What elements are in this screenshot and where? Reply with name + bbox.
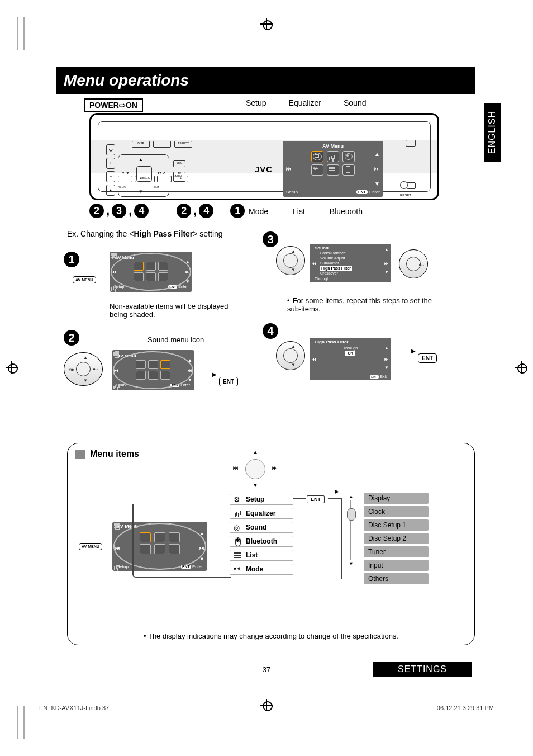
category-label: List xyxy=(246,551,258,559)
open-icon xyxy=(407,182,416,189)
menu-footer: Through xyxy=(311,277,389,281)
equalizer-icon xyxy=(234,509,242,517)
arrow-down-icon: ▼ xyxy=(349,561,354,566)
sep: , xyxy=(129,204,132,218)
bottom-button xyxy=(118,176,132,182)
top-icon-labels: Setup Equalizer Sound xyxy=(246,98,366,107)
next-icon: ⏭∧ xyxy=(93,367,98,371)
label-sound: Sound xyxy=(344,98,366,107)
menu-item: Fader/Balance xyxy=(320,251,389,256)
eject-icon xyxy=(406,140,416,147)
eject-button-icon: ▲ xyxy=(106,185,115,196)
arrow-up-icon: ▲ xyxy=(291,249,296,254)
step-ref: 4 xyxy=(199,204,213,218)
dpad-control-icon: ▲ ▼ xyxy=(276,341,305,370)
aspect-button: ASPECT xyxy=(174,141,192,148)
category-item: Equalizer xyxy=(230,508,293,519)
step-ref: 3 xyxy=(112,204,126,218)
menu-title: High Pass Filter xyxy=(311,339,389,344)
arrow-up-icon: ▲ xyxy=(83,355,88,360)
arrow-down-icon: ▼ xyxy=(83,378,88,383)
print-footer: EN_KD-AVX11J-f.indb 37 06.12.21 3:29:31 … xyxy=(39,705,494,711)
arrow-down-icon: ▼ xyxy=(291,362,296,367)
next-icon: ⏭∧ xyxy=(419,263,424,267)
list-icon xyxy=(234,551,242,559)
category-item: Sound xyxy=(230,522,293,533)
ent-chip: ENT xyxy=(356,190,368,194)
sound-icon xyxy=(234,523,242,531)
menu-option: Through xyxy=(311,346,389,351)
registration-mark xyxy=(260,18,273,30)
dpad-control-icon: ▲ ▼ xyxy=(276,246,305,275)
registration-mark xyxy=(515,361,527,374)
sound-icon xyxy=(160,360,170,369)
sub-item-list: Display Clock Disc Setup 1 Disc Setup 2 … xyxy=(364,493,429,584)
arrow-up-icon: ▲ xyxy=(139,157,143,162)
flow-line xyxy=(341,498,342,579)
bottom-button xyxy=(157,176,172,182)
label-equalizer: Equalizer xyxy=(289,98,321,107)
bluetooth-icon xyxy=(234,537,242,545)
prev-icon: ∨⏮ xyxy=(69,367,74,371)
step2-caption: Sound menu icon xyxy=(147,336,204,344)
reset-label: RESET xyxy=(400,193,411,197)
category-label: Mode xyxy=(246,565,263,573)
arrow-left-icon: ⏮ xyxy=(312,261,316,266)
registration-mark xyxy=(6,361,18,374)
step-2-badge: 2 xyxy=(64,330,79,346)
next-icon: ⏭ xyxy=(272,465,278,471)
flow-arrow-icon: ▶ xyxy=(411,348,416,354)
ent-button: ENT xyxy=(219,377,238,386)
category-item: Setup xyxy=(230,494,293,505)
menu-item: Crossover xyxy=(320,271,389,276)
step-4-badge: 4 xyxy=(263,323,278,339)
arrow-up-icon: ▲ xyxy=(188,358,192,363)
arrow-left-icon: ⏮ xyxy=(286,166,292,172)
crop-mark xyxy=(23,17,25,50)
menu-title: Sound xyxy=(311,245,389,251)
arrow-up-icon: ▲ xyxy=(349,494,354,499)
sub-item: Display xyxy=(364,493,429,504)
category-label: Setup xyxy=(246,495,264,503)
mode-icon xyxy=(311,164,323,176)
menu-items-panel: Menu items ▲ ▼ ⏮ ⏭ AV MENU AV Menu xyxy=(67,443,475,645)
power-on-label: POWER⇨ON xyxy=(84,98,143,112)
menu-footnote: • The display indications may change acc… xyxy=(68,632,474,640)
arrow-down-icon: ▼ xyxy=(291,267,296,272)
next-track-icon: ⏭ ∧ xyxy=(158,171,165,174)
sound-icon xyxy=(342,151,355,162)
arrow-down-icon: ▼ xyxy=(384,365,389,370)
lcd-screen: AV Menu ⏮ ⏭ ▲ ▼ Setup ENTEnter xyxy=(283,141,383,197)
arrow-up-icon: ▲ xyxy=(253,449,258,455)
av-menu-button-icon: AV MENU xyxy=(79,543,102,550)
lcd-footer-left: Setup xyxy=(286,190,298,195)
prev-track-icon: ∨ ⏮ xyxy=(122,171,130,175)
band-label: BAND xyxy=(118,186,126,189)
av-menu-button-icon: AV MENU xyxy=(73,276,96,284)
step-1-badge: 1 xyxy=(64,252,79,267)
setup-icon xyxy=(311,151,323,162)
arrow-down-icon: ▼ xyxy=(139,189,143,194)
bluetooth-icon xyxy=(342,164,355,176)
setup-icon xyxy=(234,495,242,503)
bottom-button: ▶ xyxy=(174,176,188,182)
sound-icon xyxy=(158,262,168,271)
sub-item: Tuner xyxy=(364,546,429,557)
category-label: Sound xyxy=(246,523,266,531)
arrow-down-icon: ▼ xyxy=(188,377,192,382)
example-text: Ex. Changing the <High Pass Filter> sett… xyxy=(67,229,223,238)
square-bullet-icon xyxy=(75,450,85,459)
footer-timestamp: 06.12.21 3:29:31 PM xyxy=(437,705,494,711)
step1-note: Non-available items will be displayed be… xyxy=(110,302,244,319)
step-3-badge: 3 xyxy=(263,231,278,247)
dpad-control-icon: ⏭∧ xyxy=(399,249,428,278)
att-button-icon: ⏻ xyxy=(106,144,115,155)
flow-arrow-icon: ▶ xyxy=(335,488,339,494)
category-item: Mode xyxy=(230,564,293,575)
step3-note: • For some items, repeat this steps to s… xyxy=(287,296,438,313)
equalizer-icon xyxy=(327,151,339,162)
src-button: SRC xyxy=(173,160,185,167)
sub-item: Others xyxy=(364,573,429,584)
top-button-2 xyxy=(153,141,171,148)
sep: , xyxy=(193,204,197,218)
